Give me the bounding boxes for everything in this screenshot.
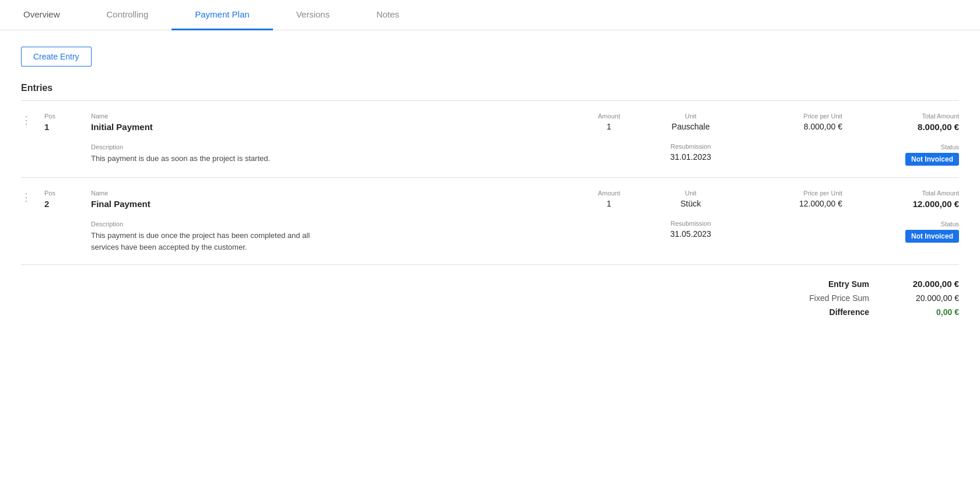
name-label-1: Name — [91, 113, 574, 120]
total-value-2: 12.000,00 € — [842, 199, 959, 209]
fixed-price-value: 20.000,00 € — [883, 293, 959, 303]
amount-value-2: 1 — [574, 199, 644, 208]
entry-price-col-1: Price per Unit 8.000,00 € — [737, 113, 842, 143]
entry-total-col-2: Total Amount 12.000,00 € Status Not Invo… — [842, 190, 959, 243]
tabs-nav: Overview Controlling Payment Plan Versio… — [0, 0, 980, 30]
summary-section: Entry Sum 20.000,00 € Fixed Price Sum 20… — [21, 264, 959, 321]
total-value-1: 8.000,00 € — [842, 122, 959, 132]
status-badge-2: Not Invoiced — [905, 230, 959, 243]
total-label-2: Total Amount — [842, 190, 959, 197]
unit-label-1: Unit — [644, 113, 737, 120]
amount-block-1: Amount 1 — [574, 113, 644, 131]
price-value-1: 8.000,00 € — [737, 122, 842, 131]
entry-desc-block-1: Description This payment is due as soon … — [91, 144, 574, 164]
amount-label-2: Amount — [574, 190, 644, 197]
tab-controlling[interactable]: Controlling — [83, 0, 172, 30]
desc-value-2: This payment is due once the project has… — [91, 230, 324, 253]
content-area: Create Entry Entries ⋮ Pos 1 Name Initia… — [0, 30, 980, 338]
create-entry-button[interactable]: Create Entry — [21, 47, 92, 66]
entries-title: Entries — [21, 83, 959, 93]
entry-amount-col-2: Amount 1 — [574, 190, 644, 208]
status-block-2: Status Not Invoiced — [842, 220, 959, 243]
entry-unit-col-1: Unit Pauschale Resubmission 31.01.2023 — [644, 113, 737, 162]
entry-row-2: ⋮ Pos 2 Name Final Payment Description T… — [21, 178, 959, 264]
status-block-1: Status Not Invoiced — [842, 144, 959, 166]
name-label-2: Name — [91, 190, 574, 197]
unit-value-2: Stück — [644, 199, 737, 208]
entry-sum-label: Entry Sum — [776, 279, 869, 289]
entry-row-1: ⋮ Pos 1 Name Initial Payment Description… — [21, 101, 959, 177]
difference-value: 0,00 € — [883, 307, 959, 317]
entry-sum-value: 20.000,00 € — [883, 279, 959, 289]
entry-desc-block-2: Description This payment is due once the… — [91, 220, 574, 253]
status-label-1: Status — [941, 144, 959, 150]
resubmission-label-2: Resubmission — [644, 220, 737, 227]
unit-block-2: Unit Stück — [644, 190, 737, 208]
pos-label-2: Pos — [44, 190, 91, 197]
page-wrapper: Overview Controlling Payment Plan Versio… — [0, 0, 980, 504]
entry-name-block-1: Name Initial Payment — [91, 113, 574, 132]
fixed-price-label: Fixed Price Sum — [776, 293, 869, 303]
resubmission-label-1: Resubmission — [644, 143, 737, 150]
unit-value-1: Pauschale — [644, 122, 737, 131]
total-label-1: Total Amount — [842, 113, 959, 120]
pos-value-2: 2 — [44, 199, 91, 209]
entry-total-col-1: Total Amount 8.000,00 € Status Not Invoi… — [842, 113, 959, 166]
drag-handle-2[interactable]: ⋮ — [21, 190, 44, 204]
entry-main-1: Name Initial Payment Description This pa… — [91, 113, 574, 164]
entry-pos-2: Pos 2 — [44, 190, 91, 209]
price-block-2: Price per Unit 12.000,00 € — [737, 190, 842, 208]
entry-amount-col-1: Amount 1 — [574, 113, 644, 143]
resubmission-block-2: Resubmission 31.05.2023 — [644, 220, 737, 239]
price-label-2: Price per Unit — [737, 190, 842, 197]
price-value-2: 12.000,00 € — [737, 199, 842, 208]
desc-value-1: This payment is due as soon as the proje… — [91, 153, 324, 164]
tab-notes[interactable]: Notes — [353, 0, 422, 30]
tab-versions[interactable]: Versions — [273, 0, 354, 30]
amount-label-1: Amount — [574, 113, 644, 120]
status-badge-1: Not Invoiced — [905, 153, 959, 166]
resubmission-block-1b: Resubmission 31.01.2023 — [644, 143, 737, 162]
unit-block-1: Unit Pauschale — [644, 113, 737, 131]
tab-payment-plan[interactable]: Payment Plan — [172, 0, 272, 30]
resubmission-value-2: 31.05.2023 — [644, 229, 737, 239]
entry-sum-row: Entry Sum 20.000,00 € — [776, 279, 959, 289]
status-label-2: Status — [941, 220, 959, 228]
desc-label-2: Description — [91, 220, 574, 228]
name-value-1: Initial Payment — [91, 122, 574, 132]
difference-row: Difference 0,00 € — [776, 307, 959, 317]
difference-label: Difference — [776, 307, 869, 317]
entry-price-col-2: Price per Unit 12.000,00 € — [737, 190, 842, 208]
price-label-1: Price per Unit — [737, 113, 842, 120]
fixed-price-row: Fixed Price Sum 20.000,00 € — [776, 293, 959, 303]
entry-main-2: Name Final Payment Description This paym… — [91, 190, 574, 253]
pos-label-1: Pos — [44, 113, 91, 120]
resubmission-value-1: 31.01.2023 — [644, 152, 737, 162]
pos-value-1: 1 — [44, 122, 91, 132]
entry-name-block-2: Name Final Payment — [91, 190, 574, 209]
amount-value-1: 1 — [574, 122, 644, 131]
entry-pos-1: Pos 1 — [44, 113, 91, 132]
unit-label-2: Unit — [644, 190, 737, 197]
amount-block-2: Amount 1 — [574, 190, 644, 208]
tab-overview[interactable]: Overview — [0, 0, 83, 30]
drag-handle-1[interactable]: ⋮ — [21, 113, 44, 127]
total-block-2: Total Amount 12.000,00 € — [842, 190, 959, 209]
entry-unit-col-2: Unit Stück Resubmission 31.05.2023 — [644, 190, 737, 239]
total-block-1: Total Amount 8.000,00 € — [842, 113, 959, 132]
desc-label-1: Description — [91, 144, 574, 150]
name-value-2: Final Payment — [91, 199, 574, 209]
price-block-1: Price per Unit 8.000,00 € — [737, 113, 842, 131]
